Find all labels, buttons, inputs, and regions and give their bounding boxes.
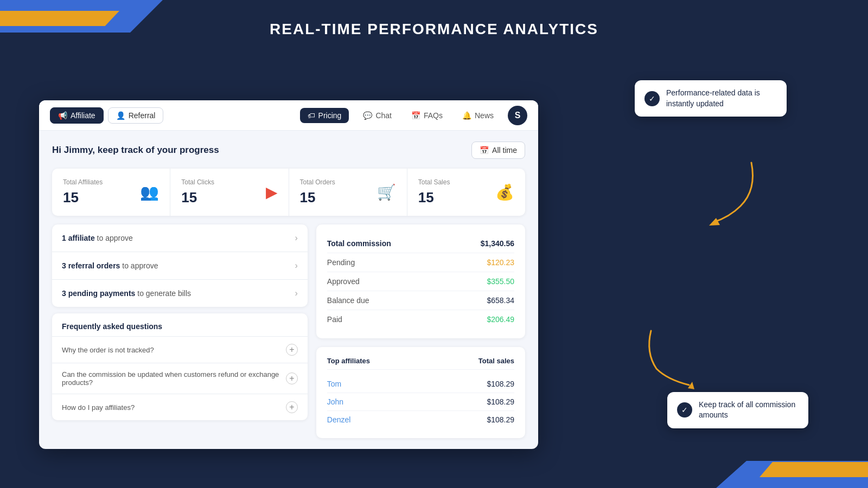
tooltip-commission-text: Keep track of all commission amounts	[699, 400, 799, 421]
commission-row-approved: Approved $355.50	[327, 272, 514, 291]
commission-label-total: Total commission	[327, 239, 391, 248]
faq-section: Frequently asked questions Why the order…	[52, 313, 308, 420]
affiliate-name-2[interactable]: Denzel	[327, 415, 351, 424]
affiliate-name-0[interactable]: Tom	[327, 380, 341, 388]
commission-row-balance: Balance due $658.34	[327, 291, 514, 310]
arrow-bottom	[640, 325, 705, 390]
svg-marker-1	[688, 382, 694, 389]
tooltip-performance: ✓ Performance-related data is instantly …	[635, 80, 787, 117]
action-referral-text: 3 referral orders to approve	[62, 261, 158, 270]
stat-info-clicks: Total Clicks 15	[181, 178, 214, 206]
affiliate-name-1[interactable]: John	[327, 397, 343, 406]
stat-info-orders: Total Orders 15	[300, 178, 335, 206]
commission-value-total: $1,340.56	[481, 239, 514, 248]
faq-expand-3[interactable]: +	[286, 401, 298, 413]
page-title: REAL-TIME PERFORMANCE ANALYTICS	[270, 21, 598, 38]
chat-icon: 💬	[363, 111, 372, 120]
stat-value-sales: 15	[418, 189, 450, 206]
tooltip-check-icon: ✓	[644, 91, 660, 106]
stat-value-orders: 15	[300, 189, 335, 206]
faq-expand-1[interactable]: +	[286, 344, 298, 356]
svg-marker-0	[709, 218, 720, 226]
calendar-small-icon: 📅	[480, 146, 489, 155]
stat-card-orders: Total Orders 15 🛒	[289, 169, 407, 216]
corner-decoration-br-orange	[760, 462, 868, 477]
commission-label-pending: Pending	[327, 258, 355, 267]
affiliate-row-2: Denzel $108.29	[327, 411, 514, 428]
bell-icon: 🔔	[462, 111, 471, 120]
nav-affiliate-button[interactable]: 📢 Affiliate	[50, 107, 104, 124]
stat-label-sales: Total Sales	[418, 178, 450, 186]
commission-label-approved: Approved	[327, 277, 360, 286]
affiliate-sales-0: $108.29	[487, 380, 514, 388]
commission-value-approved: $355.50	[487, 277, 514, 286]
chevron-right-icon-3: ›	[295, 288, 297, 298]
commission-row-paid: Paid $206.49	[327, 310, 514, 329]
stat-value-affiliates: 15	[63, 189, 103, 206]
clicks-icon: ▶	[266, 183, 278, 201]
faq-question-3: How do I pay affiliates?	[62, 403, 135, 412]
stat-info-affiliates: Total Affiliates 15	[63, 178, 103, 206]
megaphone-icon: 📢	[58, 111, 67, 120]
nav-chat-button[interactable]: 💬 Chat	[358, 108, 397, 123]
faq-title: Frequently asked questions	[52, 313, 308, 336]
user-avatar[interactable]: S	[508, 106, 527, 125]
commission-label-balance: Balance due	[327, 296, 369, 305]
stat-card-affiliates: Total Affiliates 15 👥	[52, 169, 170, 216]
faq-expand-2[interactable]: +	[286, 373, 298, 384]
affiliates-col1-header: Top affiliates	[327, 357, 370, 365]
faq-question-1: Why the order is not tracked?	[62, 346, 154, 354]
faq-item-3[interactable]: How do I pay affiliates? +	[52, 394, 308, 420]
nav-referral-button[interactable]: 👤 Referral	[108, 107, 164, 124]
main-content: Hi Jimmy, keep track of your progress 📅 …	[39, 131, 538, 449]
app-window: 📢 Affiliate 👤 Referral 🏷 Pricing 💬 Chat …	[39, 100, 538, 449]
commission-value-pending: $120.23	[487, 258, 514, 267]
tag-icon: 🏷	[308, 111, 315, 120]
commission-row-total: Total commission $1,340.56	[327, 234, 514, 253]
affiliate-sales-1: $108.29	[487, 397, 514, 406]
content-greeting: Hi Jimmy, keep track of your progress	[52, 145, 219, 156]
nav-pricing-button[interactable]: 🏷 Pricing	[300, 108, 349, 123]
commission-value-paid: $206.49	[487, 315, 514, 324]
nav-faqs-button[interactable]: 📅 FAQs	[406, 108, 448, 123]
faq-item-2[interactable]: Can the commission be updated when custo…	[52, 363, 308, 394]
nav-left: 📢 Affiliate 👤 Referral	[50, 107, 296, 124]
tooltip-performance-text: Performance-related data is instantly up…	[666, 88, 777, 109]
affiliates-icon: 👥	[140, 183, 159, 201]
stat-value-clicks: 15	[181, 189, 214, 206]
corner-decoration-tl-orange	[0, 11, 119, 26]
commission-label-paid: Paid	[327, 315, 342, 324]
person-icon: 👤	[116, 111, 125, 120]
nav-news-button[interactable]: 🔔 News	[457, 108, 499, 123]
sales-icon: 💰	[495, 183, 514, 201]
top-affiliates-card: Top affiliates Total sales Tom $108.29 J…	[316, 347, 525, 438]
orders-icon: 🛒	[377, 183, 396, 201]
right-column: Total commission $1,340.56 Pending $120.…	[316, 224, 525, 438]
action-affiliate-text: 1 affiliate to approve	[62, 234, 133, 242]
faq-question-2: Can the commission be updated when custo…	[62, 370, 286, 387]
all-time-button[interactable]: 📅 All time	[471, 142, 525, 159]
commission-value-balance: $658.34	[487, 296, 514, 305]
commission-row-pending: Pending $120.23	[327, 253, 514, 272]
affiliates-header: Top affiliates Total sales	[327, 357, 514, 370]
nav-bar: 📢 Affiliate 👤 Referral 🏷 Pricing 💬 Chat …	[39, 100, 538, 131]
stats-row: Total Affiliates 15 👥 Total Clicks 15 ▶ …	[52, 169, 525, 216]
stat-label-clicks: Total Clicks	[181, 178, 214, 186]
stat-label-affiliates: Total Affiliates	[63, 178, 103, 186]
two-col-layout: 1 affiliate to approve › 3 referral orde…	[52, 224, 525, 438]
affiliate-row-1: John $108.29	[327, 393, 514, 411]
chevron-right-icon: ›	[295, 233, 297, 243]
commission-card: Total commission $1,340.56 Pending $120.…	[316, 224, 525, 338]
stat-card-sales: Total Sales 15 💰	[407, 169, 525, 216]
action-item-payments[interactable]: 3 pending payments to generate bills ›	[52, 280, 308, 307]
faq-item-1[interactable]: Why the order is not tracked? +	[52, 336, 308, 363]
affiliates-col2-header: Total sales	[478, 357, 514, 365]
left-column: 1 affiliate to approve › 3 referral orde…	[52, 224, 308, 438]
action-item-referral[interactable]: 3 referral orders to approve ›	[52, 252, 308, 280]
stat-card-clicks: Total Clicks 15 ▶	[170, 169, 289, 216]
affiliate-row-0: Tom $108.29	[327, 375, 514, 393]
stat-info-sales: Total Sales 15	[418, 178, 450, 206]
tooltip-commission: ✓ Keep track of all commission amounts	[667, 392, 808, 428]
action-item-affiliate[interactable]: 1 affiliate to approve ›	[52, 224, 308, 252]
action-payments-text: 3 pending payments to generate bills	[62, 289, 191, 298]
